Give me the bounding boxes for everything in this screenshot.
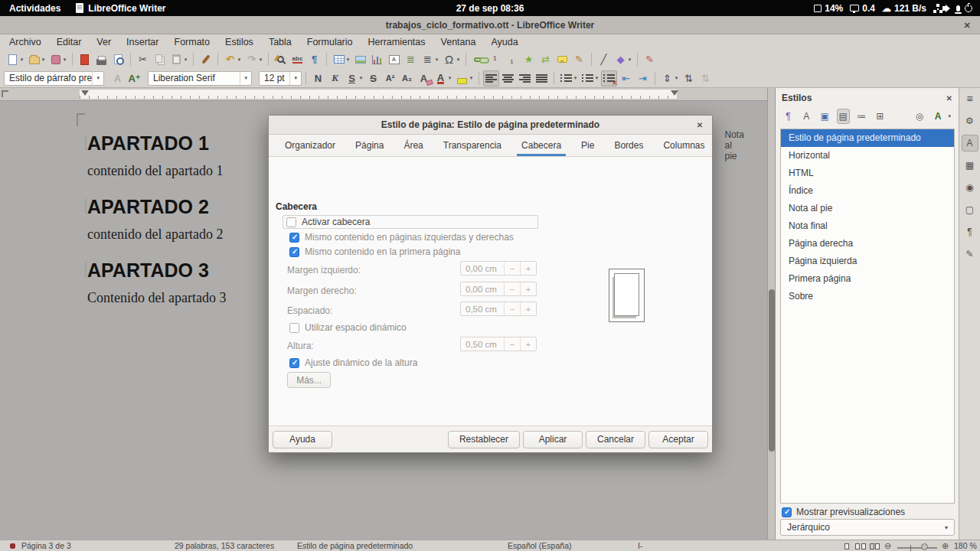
spin-plus-button[interactable]: +: [520, 302, 536, 315]
show-previews-checkbox[interactable]: Mostrar previsualizaciones: [782, 507, 905, 517]
insert-bookmark-button[interactable]: ★: [521, 51, 537, 67]
page-styles-button[interactable]: ▤: [837, 109, 850, 124]
underline-button[interactable]: S: [344, 70, 360, 86]
new-style-button[interactable]: A⁺: [126, 70, 142, 86]
gallery-deck-button[interactable]: ▦: [962, 157, 978, 174]
paragraph-style-dropdown[interactable]: ▾: [92, 72, 103, 85]
zoom-slider-knob[interactable]: [921, 543, 928, 550]
tab-organizador[interactable]: Organizador: [275, 135, 345, 156]
tab-nota-al-pie[interactable]: Nota al pie: [714, 135, 753, 156]
menu-insertar[interactable]: Insertar: [119, 35, 166, 49]
track-changes-button[interactable]: ✎: [571, 51, 587, 67]
sidebar-close-button[interactable]: ✕: [946, 94, 952, 103]
font-name-combo[interactable]: Liberation Serif▾: [148, 71, 252, 86]
tab-cabecera[interactable]: Cabecera: [511, 135, 571, 156]
menu-editar[interactable]: Editar: [49, 35, 90, 49]
same-content-first-checkbox[interactable]: Mismo contenido en la primera página: [289, 246, 460, 257]
spin-minus-button[interactable]: −: [504, 262, 520, 275]
bold-button[interactable]: N: [310, 70, 326, 86]
insert-chart-button[interactable]: [369, 51, 385, 67]
redo-button[interactable]: ↷: [243, 51, 260, 67]
margin-left-spinbox[interactable]: 0,00 cm − +: [460, 261, 537, 276]
multi-page-view-button[interactable]: [855, 543, 860, 549]
menu-ayuda[interactable]: Ayuda: [483, 35, 525, 49]
zoom-level-status[interactable]: 180 %: [954, 540, 977, 551]
paste-button[interactable]: [168, 51, 185, 67]
zoom-out-button[interactable]: ⊖: [884, 541, 891, 551]
styles-deck-button[interactable]: A: [962, 135, 978, 152]
font-size-dropdown[interactable]: ▾: [289, 72, 301, 85]
tab-pie[interactable]: Pie: [571, 135, 604, 156]
style-list-item[interactable]: HTML: [781, 165, 954, 182]
page-count-status[interactable]: Página 3 de 3: [21, 540, 71, 551]
align-right-button[interactable]: [517, 70, 533, 86]
spotlight-button[interactable]: ◎: [913, 109, 926, 124]
book-view-button[interactable]: [870, 543, 874, 549]
insert-endnote-button[interactable]: ₁: [504, 51, 520, 67]
insert-mode-status[interactable]: I-: [638, 540, 642, 551]
tab-transparencia[interactable]: Transparencia: [433, 135, 511, 156]
update-style-button[interactable]: A: [109, 70, 126, 86]
dynamic-spacing-checkbox[interactable]: Utilizar espacio dinámico: [289, 322, 407, 333]
spin-minus-button[interactable]: −: [504, 337, 520, 350]
decrease-indent-button[interactable]: ⇤: [618, 70, 634, 86]
style-list-item[interactable]: Nota al pie: [781, 200, 954, 217]
insert-field-button[interactable]: ≣: [420, 51, 436, 67]
menu-herramientas[interactable]: Herramientas: [361, 35, 433, 49]
spin-minus-button[interactable]: −: [504, 282, 520, 295]
scrollbar-thumb[interactable]: [769, 289, 775, 452]
font-name-dropdown[interactable]: ▾: [240, 72, 251, 85]
style-list-item[interactable]: Primera página: [781, 270, 954, 288]
style-list-item[interactable]: Nota final: [781, 217, 954, 235]
sidebar-settings-button[interactable]: ≡: [959, 90, 980, 107]
paragraph-styles-button[interactable]: ¶: [782, 109, 795, 124]
language-status[interactable]: Español (España): [508, 540, 571, 551]
spin-minus-button[interactable]: −: [504, 302, 520, 315]
enable-header-checkbox[interactable]: Activar cabecera: [283, 215, 538, 229]
apply-button[interactable]: Aplicar: [523, 431, 583, 448]
vertical-scrollbar[interactable]: [767, 88, 775, 540]
menu-archivo[interactable]: Archivo: [2, 35, 49, 49]
spin-plus-button[interactable]: +: [520, 262, 536, 275]
height-spinbox[interactable]: 0,50 cm − +: [460, 337, 537, 351]
menu-ver[interactable]: Ver: [89, 35, 119, 49]
menu-tabla[interactable]: Tabla: [261, 35, 299, 49]
line-spacing-button[interactable]: ⇕: [659, 70, 675, 86]
reset-button[interactable]: Restablecer: [448, 431, 520, 448]
justify-button[interactable]: [534, 70, 550, 86]
font-size-combo[interactable]: 12 pt▾: [259, 71, 302, 86]
single-page-view-button[interactable]: [844, 543, 849, 549]
clear-formatting-button[interactable]: A: [416, 70, 432, 86]
align-center-button[interactable]: [500, 70, 516, 86]
same-content-lr-checkbox[interactable]: Mismo contenido en páginas izquierdas y …: [289, 232, 514, 243]
style-actions-button[interactable]: A: [932, 109, 945, 124]
cut-button[interactable]: ✂: [135, 51, 151, 67]
tab-columnas[interactable]: Columnas: [653, 135, 714, 156]
save-button[interactable]: [47, 51, 64, 67]
dialog-titlebar[interactable]: Estilo de página: Estilo de página prede…: [269, 116, 712, 135]
highlight-color-button[interactable]: [454, 70, 470, 86]
style-list-item[interactable]: Página izquierda: [781, 253, 954, 270]
margin-right-spinbox[interactable]: 0,00 cm − +: [460, 282, 537, 296]
no-list-button[interactable]: ✕: [601, 70, 617, 86]
strikethrough-button[interactable]: S: [365, 70, 381, 86]
help-button[interactable]: Ayuda: [273, 431, 332, 448]
style-list-item[interactable]: Página derecha: [781, 235, 954, 253]
accept-button[interactable]: Aceptar: [648, 431, 708, 448]
find-replace-button[interactable]: [273, 51, 289, 67]
paragraph-style-combo[interactable]: Estilo de párrafo prede▾: [4, 71, 104, 86]
insert-comment-button[interactable]: [554, 51, 570, 67]
window-titlebar[interactable]: trabajos_ciclo_formativo.ott - LibreOffi…: [0, 16, 980, 34]
left-indent-marker[interactable]: [81, 90, 89, 99]
style-filter-select[interactable]: Jerárquico ▾: [780, 519, 955, 536]
manage-changes-deck-button[interactable]: ✎: [962, 246, 978, 262]
italic-button[interactable]: K: [327, 70, 343, 86]
style-list-item[interactable]: Horizontal: [781, 147, 954, 165]
insert-image-button[interactable]: [352, 51, 368, 67]
open-button[interactable]: [26, 51, 42, 67]
print-button[interactable]: [93, 51, 109, 67]
ordered-list-button[interactable]: [580, 70, 596, 86]
app-menu[interactable]: LibreOffice Writer: [76, 3, 165, 14]
increase-indent-button[interactable]: ⇥: [635, 70, 651, 86]
basic-shapes-button[interactable]: ◆: [612, 51, 629, 67]
